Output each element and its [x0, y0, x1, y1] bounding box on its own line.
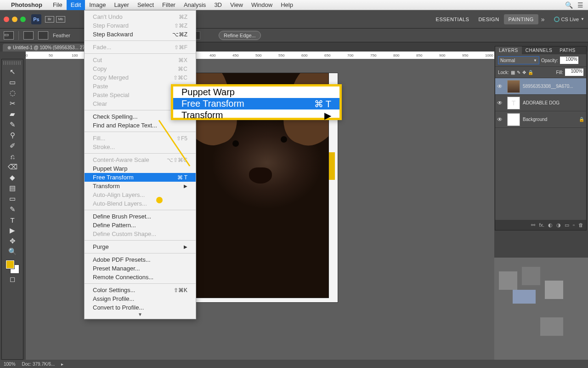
- quickmask-icon[interactable]: ◻: [8, 275, 17, 284]
- tool-5[interactable]: ✎: [8, 120, 17, 129]
- toolbox-grip[interactable]: [3, 61, 22, 65]
- minibridge-badge[interactable]: Mb: [56, 16, 65, 23]
- tool-12[interactable]: ▭: [8, 194, 17, 203]
- layer-row[interactable]: 👁58956353308__9A670...: [495, 78, 586, 95]
- selection-mode-icon[interactable]: [23, 31, 34, 40]
- selection-add-icon[interactable]: [38, 31, 48, 40]
- tool-1[interactable]: ▭: [8, 78, 17, 87]
- link-icon[interactable]: ⚯: [531, 222, 535, 228]
- menu-item-assign-profile-[interactable]: Assign Profile...: [85, 294, 196, 303]
- menu-edit[interactable]: Edit: [67, 0, 85, 10]
- tool-13[interactable]: ✎: [8, 205, 17, 214]
- lock-label: Lock:: [498, 70, 509, 75]
- panel-tab-channels[interactable]: CHANNELS: [522, 46, 556, 54]
- layer-thumb[interactable]: T: [507, 97, 520, 109]
- visibility-icon[interactable]: 👁: [495, 100, 504, 106]
- tool-17[interactable]: 🔍: [8, 247, 17, 256]
- trash-icon[interactable]: 🗑: [578, 222, 583, 228]
- opacity-input[interactable]: 100%: [560, 57, 578, 64]
- fx-icon[interactable]: fx.: [539, 222, 544, 228]
- menu-item-auto-align-layers-: Auto-Align Layers...: [85, 190, 196, 199]
- tool-16[interactable]: ✥: [8, 236, 17, 246]
- menu-scroll-down-icon[interactable]: ▼: [85, 312, 196, 317]
- tool-0[interactable]: ↖: [8, 67, 17, 76]
- folder-icon[interactable]: ▭: [565, 222, 569, 228]
- new-layer-icon[interactable]: ▫: [573, 222, 575, 228]
- menu-item-convert-to-profile-[interactable]: Convert to Profile...: [85, 303, 196, 312]
- refine-edge-button[interactable]: Refine Edge...: [219, 31, 261, 40]
- layer-row[interactable]: 👁Background🔒: [495, 111, 586, 128]
- doc-close-icon[interactable]: ⊗: [7, 45, 11, 50]
- lock-brush-icon[interactable]: ✎: [517, 70, 520, 75]
- menu-item-remote-connections-[interactable]: Remote Connections...: [85, 273, 196, 282]
- layer-thumb[interactable]: [507, 113, 520, 126]
- status-caret-icon[interactable]: ▸: [61, 362, 63, 367]
- marquee-tool-icon[interactable]: ▭: [4, 31, 14, 40]
- status-bar: 100% Doc: 379.7K/6... ▸: [0, 360, 588, 368]
- lock-all-icon[interactable]: 🔒: [528, 70, 533, 75]
- callout-transform: Transform▶: [173, 109, 339, 121]
- mac-menubar: Photoshop FileEditImageLayerSelectFilter…: [0, 0, 588, 10]
- lock-pixels-icon[interactable]: ▦: [511, 70, 515, 75]
- menu-view[interactable]: View: [226, 0, 247, 10]
- menu-3d[interactable]: 3D: [210, 0, 226, 10]
- menu-list-icon[interactable]: ☰: [577, 1, 583, 9]
- menu-item-puppet-warp[interactable]: Puppet Warp: [85, 164, 196, 173]
- search-icon[interactable]: 🔍: [565, 1, 573, 9]
- tool-14[interactable]: T: [8, 215, 17, 224]
- visibility-icon[interactable]: 👁: [495, 116, 504, 123]
- menu-window[interactable]: Window: [247, 0, 277, 10]
- tool-3[interactable]: ✂: [8, 99, 17, 108]
- tool-2[interactable]: ◌: [8, 88, 17, 98]
- menu-item-auto-blend-layers-: Auto-Blend Layers...: [85, 199, 196, 208]
- callout-free-transform: Free Transform⌘ T: [173, 98, 339, 109]
- workspace-tab-painting[interactable]: PAINTING: [504, 14, 538, 24]
- fill-input[interactable]: 100%: [565, 69, 583, 76]
- menu-item-adobe-pdf-presets-[interactable]: Adobe PDF Presets...: [85, 255, 196, 264]
- menu-item-transform[interactable]: Transform▶: [85, 182, 196, 190]
- callout-highlight: Puppet Warp Free Transform⌘ T Transform▶: [171, 84, 342, 120]
- menu-item-free-transform[interactable]: Free Transform⌘ T: [85, 173, 196, 182]
- tool-10[interactable]: ◆: [8, 173, 17, 182]
- panel-tab-layers[interactable]: LAYERS: [495, 46, 522, 54]
- visibility-icon[interactable]: 👁: [495, 83, 504, 90]
- bridge-badge[interactable]: Br: [45, 16, 54, 23]
- zoom-level[interactable]: 100%: [4, 362, 16, 367]
- cslive-button[interactable]: CS Live▼: [554, 17, 584, 22]
- layer-thumb[interactable]: [507, 80, 520, 93]
- menu-item-step-backward[interactable]: Step Backward⌥⌘Z: [85, 30, 196, 39]
- menu-file[interactable]: File: [49, 0, 67, 10]
- tool-6[interactable]: ⚲: [8, 131, 17, 140]
- menu-image[interactable]: Image: [85, 0, 110, 10]
- menu-filter[interactable]: Filter: [158, 0, 180, 10]
- tool-15[interactable]: ▶: [8, 226, 17, 235]
- tool-4[interactable]: ▰: [8, 109, 17, 119]
- menu-item-find-and-replace-text-[interactable]: Find and Replace Text...: [85, 121, 196, 130]
- window-controls[interactable]: [4, 17, 26, 22]
- adj-icon[interactable]: ◑: [556, 222, 561, 228]
- panel-tab-paths[interactable]: PATHS: [556, 46, 579, 54]
- tool-8[interactable]: ⎌: [8, 152, 17, 161]
- layer-row[interactable]: 👁TADORABLE DOG: [495, 95, 586, 111]
- menu-item-define-custom-shape-: Define Custom Shape...: [85, 230, 196, 238]
- menu-item-fill-: Fill...⇧F5: [85, 134, 196, 143]
- menu-item-purge[interactable]: Purge▶: [85, 242, 196, 251]
- lock-move-icon[interactable]: ✥: [522, 70, 526, 75]
- blend-mode-select[interactable]: Normal▼: [498, 56, 539, 64]
- menu-item-define-pattern-[interactable]: Define Pattern...: [85, 221, 196, 230]
- color-swatches[interactable]: [6, 260, 19, 273]
- menu-item-define-brush-preset-[interactable]: Define Brush Preset...: [85, 212, 196, 221]
- menu-item-color-settings-[interactable]: Color Settings...⇧⌘K: [85, 286, 196, 294]
- tool-11[interactable]: ▤: [8, 184, 17, 193]
- tool-7[interactable]: ✐: [8, 141, 17, 150]
- menu-layer[interactable]: Layer: [110, 0, 133, 10]
- workspace-tab-essentials[interactable]: ESSENTIALS: [431, 14, 474, 24]
- menu-item-preset-manager-[interactable]: Preset Manager...: [85, 264, 196, 273]
- menu-analysis[interactable]: Analysis: [180, 0, 210, 10]
- menu-help[interactable]: Help: [277, 0, 297, 10]
- workspace-tab-design[interactable]: DESIGN: [474, 14, 503, 24]
- workspace-more-icon[interactable]: »: [538, 14, 548, 25]
- tool-9[interactable]: ⌫: [8, 162, 17, 172]
- mask-icon[interactable]: ◐: [548, 222, 553, 228]
- menu-select[interactable]: Select: [133, 0, 158, 10]
